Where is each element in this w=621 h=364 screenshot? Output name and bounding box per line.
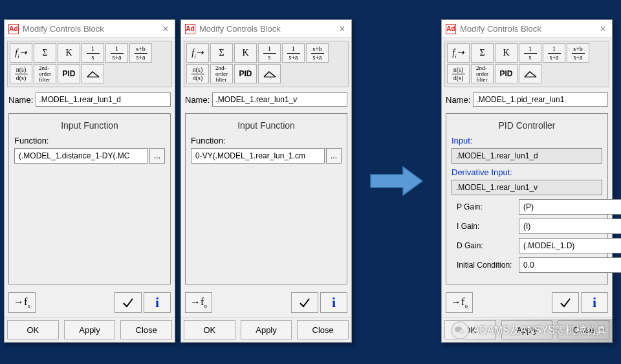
fo-button[interactable]: →fo	[446, 292, 473, 313]
tool-tf-button[interactable]: n(s)d(s)	[186, 64, 209, 83]
tool-pid-button[interactable]: PID	[58, 64, 80, 83]
check-button[interactable]	[291, 292, 318, 313]
tool-integrator-button[interactable]: 1s	[258, 43, 281, 63]
close-icon[interactable]: ×	[333, 20, 351, 37]
d-gain-input[interactable]	[519, 238, 621, 253]
titlebar[interactable]: Ad Modify Controls Block ×	[442, 20, 612, 38]
tool-2nd-order-button[interactable]: 2nd-orderfilter	[210, 64, 233, 83]
window-title: Modify Controls Block	[199, 24, 333, 34]
i-gain-input[interactable]	[519, 219, 621, 234]
close-button[interactable]: Close	[297, 320, 349, 339]
section-title: PID Controller	[446, 114, 607, 136]
toolbar: fi➝ Σ K 1s 1s+a s+bs+a n(s)d(s) 2nd-orde…	[444, 41, 609, 87]
function-label: Function:	[191, 136, 342, 145]
input-label[interactable]: Input:	[452, 136, 602, 145]
info-button[interactable]: i	[144, 292, 171, 313]
deriv-input-label[interactable]: Derivative Input:	[452, 167, 602, 177]
function-input[interactable]	[191, 148, 325, 164]
tool-gain-button[interactable]: K	[58, 43, 80, 63]
initial-cond-input[interactable]	[519, 257, 621, 273]
tool-lag-button[interactable]: 1s+a	[543, 43, 565, 63]
apply-button[interactable]: Apply	[64, 320, 116, 339]
fo-button[interactable]: →fo	[8, 292, 36, 313]
tool-pid-button[interactable]: PID	[495, 64, 518, 83]
app-icon: Ad	[8, 24, 19, 34]
ok-button[interactable]: OK	[184, 320, 235, 339]
tool-sigma-button[interactable]: Σ	[210, 43, 233, 63]
modify-controls-dialog-1: Ad Modify Controls Block × fi➝ Σ K 1s 1s…	[4, 19, 175, 343]
section-title: Input Function	[186, 114, 347, 136]
toolbar: fi➝ Σ K 1s 1s+a s+bs+a n(s)d(s) 2nd-orde…	[184, 41, 349, 87]
p-gain-input[interactable]	[519, 199, 621, 215]
wechat-icon	[451, 321, 469, 339]
tool-leadlag-button[interactable]: s+bs+a	[567, 43, 589, 63]
tool-leadlag-button[interactable]: s+bs+a	[306, 43, 329, 63]
window-title: Modify Controls Block	[23, 24, 157, 34]
name-label: Name:	[446, 95, 470, 105]
initial-cond-label: Initial Condition:	[457, 261, 515, 270]
name-label: Name:	[8, 95, 33, 105]
info-button[interactable]: i	[581, 292, 608, 313]
app-icon: Ad	[185, 24, 195, 34]
toolbar: fi➝ Σ K 1s 1s+a s+bs+a n(s)d(s) 2nd-orde…	[7, 41, 172, 87]
tool-leadlag-button[interactable]: s+bs+a	[129, 43, 152, 63]
tool-integrator-button[interactable]: 1s	[82, 43, 104, 63]
input-value[interactable]: .MODEL_1.rear_lun1_d	[452, 148, 602, 164]
name-label: Name:	[185, 95, 210, 105]
tool-sigma-button[interactable]: Σ	[34, 43, 56, 63]
close-button[interactable]: Close	[120, 320, 172, 339]
svg-point-2	[459, 330, 464, 335]
fo-button[interactable]: →fo	[185, 292, 212, 313]
close-icon[interactable]: ×	[594, 20, 612, 37]
tool-2nd-order-button[interactable]: 2nd-orderfilter	[471, 64, 494, 83]
titlebar[interactable]: Ad Modify Controls Block ×	[5, 20, 175, 38]
tool-slope-button[interactable]	[519, 64, 541, 83]
i-gain-label: I Gain:	[457, 222, 515, 231]
name-input[interactable]	[473, 92, 608, 107]
tool-tf-button[interactable]: n(s)d(s)	[10, 64, 32, 83]
watermark-text: ADAMS及ANSYS等机械仿真	[473, 324, 607, 337]
apply-button[interactable]: Apply	[241, 320, 292, 339]
check-button[interactable]	[114, 292, 142, 313]
tool-gain-button[interactable]: K	[495, 43, 518, 63]
info-button[interactable]: i	[320, 292, 347, 313]
function-browse-button[interactable]: ...	[149, 148, 165, 164]
d-gain-label: D Gain:	[457, 241, 515, 250]
tool-tf-button[interactable]: n(s)d(s)	[447, 64, 470, 83]
ok-button[interactable]: OK	[7, 320, 59, 339]
tool-sigma-button[interactable]: Σ	[471, 43, 494, 63]
name-input[interactable]	[36, 92, 171, 107]
check-button[interactable]	[552, 292, 579, 313]
tool-fi-button[interactable]: fi➝	[447, 43, 470, 63]
window-title: Modify Controls Block	[460, 24, 594, 34]
section-title: Input Function	[9, 114, 170, 136]
modify-controls-dialog-2: Ad Modify Controls Block × fi➝ Σ K 1s 1s…	[180, 19, 352, 343]
modify-controls-dialog-3: Ad Modify Controls Block × fi➝ Σ K 1s 1s…	[441, 19, 613, 343]
tool-lag-button[interactable]: 1s+a	[282, 43, 305, 63]
tool-slope-button[interactable]	[258, 64, 281, 83]
function-input[interactable]	[14, 148, 148, 164]
tool-2nd-order-button[interactable]: 2nd-orderfilter	[34, 64, 56, 83]
tool-pid-button[interactable]: PID	[234, 64, 257, 83]
tool-fi-button[interactable]: fi➝	[10, 43, 32, 63]
name-input[interactable]	[212, 92, 347, 107]
p-gain-label: P Gain:	[457, 202, 515, 211]
app-icon: Ad	[446, 24, 456, 34]
watermark: ADAMS及ANSYS等机械仿真	[444, 319, 613, 342]
close-icon[interactable]: ×	[157, 20, 175, 37]
svg-marker-0	[371, 167, 422, 195]
deriv-input-value[interactable]: .MODEL_1.rear_lun1_v	[452, 180, 602, 195]
tool-lag-button[interactable]: 1s+a	[105, 43, 128, 63]
arrow-icon	[367, 163, 426, 199]
tool-integrator-button[interactable]: 1s	[519, 43, 541, 63]
tool-fi-button[interactable]: fi➝	[186, 43, 209, 63]
function-label: Function:	[14, 136, 165, 145]
tool-slope-button[interactable]	[82, 64, 104, 83]
tool-gain-button[interactable]: K	[234, 43, 257, 63]
titlebar[interactable]: Ad Modify Controls Block ×	[181, 20, 351, 38]
function-browse-button[interactable]: ...	[326, 148, 342, 164]
